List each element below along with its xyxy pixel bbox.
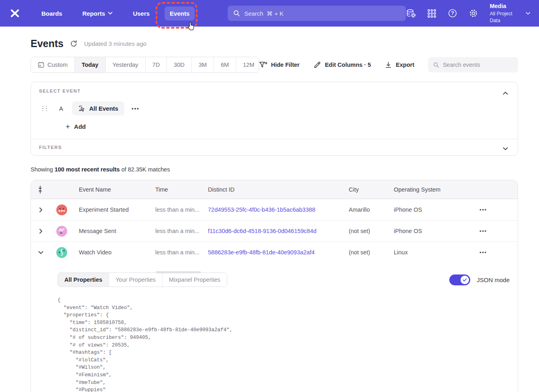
properties-tabs: All Properties Your Properties Mixpanel … <box>58 272 227 287</box>
magic-cursor-icon <box>78 105 86 112</box>
event-selector-chip[interactable]: All Events <box>72 101 125 116</box>
help-icon[interactable]: ? <box>448 8 457 18</box>
date-range-12m[interactable]: 12M <box>236 57 259 72</box>
collapse-row-button[interactable] <box>31 251 50 254</box>
tab-all-properties[interactable]: All Properties <box>58 273 109 287</box>
event-name: Message Sent <box>73 228 149 234</box>
nav-item-users[interactable]: Users <box>128 6 155 21</box>
table-row-expanded[interactable]: Watch Video less than a min... 5886283e-… <box>31 241 518 263</box>
search-events-input[interactable] <box>443 62 513 68</box>
date-range-today[interactable]: Today <box>74 57 105 72</box>
results-prefix: Showing <box>31 166 55 173</box>
column-header-city[interactable]: City <box>343 186 388 193</box>
distinct-id-link[interactable]: 72d49553-25fc-4f0c-b436-1b5ac6ab3388 <box>208 206 315 213</box>
edit-columns-button[interactable]: Edit Columns · 5 <box>313 61 371 69</box>
expand-row-button[interactable] <box>31 229 50 234</box>
results-summary: Showing 100 most recent results of 82.35… <box>31 166 518 173</box>
page-title: Events <box>31 38 64 50</box>
date-range-6m[interactable]: 6M <box>214 57 236 72</box>
main-content: Events Updated 3 minutes ago Custom Toda… <box>0 38 539 392</box>
event-os: Linux <box>388 249 449 256</box>
chevron-down-icon <box>503 147 508 151</box>
project-switcher[interactable]: Media All Project Data <box>490 2 530 24</box>
horizontal-scrollbar-thumb[interactable] <box>156 271 201 273</box>
table-row[interactable]: Message Sent less than a min... f11c30d6… <box>31 220 518 241</box>
calendar-icon <box>38 62 44 68</box>
event-name: Watch Video <box>73 249 149 256</box>
drag-handle[interactable] <box>42 106 49 111</box>
event-city: (not set) <box>343 228 388 234</box>
project-scope: All Project Data <box>490 10 520 24</box>
nav-item-events[interactable]: Events <box>165 6 195 21</box>
date-range-custom[interactable]: Custom <box>31 57 74 72</box>
results-suffix: of 82.35K matches <box>120 166 170 173</box>
event-city: Amarillo <box>343 206 388 213</box>
hide-filter-button[interactable]: Hide Filter <box>259 61 300 69</box>
date-range-3m[interactable]: 3M <box>191 57 214 72</box>
column-header-time[interactable]: Time <box>149 186 202 193</box>
row-more-button[interactable]: ••• <box>449 207 518 213</box>
nav-item-boards[interactable]: Boards <box>36 6 68 21</box>
distinct-id-link[interactable]: f11c30d6-dc6d-4518-9136-0d046159c84d <box>208 228 317 234</box>
edit-columns-label: Edit Columns · 5 <box>325 62 371 68</box>
global-search[interactable] <box>228 6 406 21</box>
filter-funnel-icon <box>259 61 267 69</box>
events-table: Event Name Time Distinct ID City Operati… <box>31 180 518 392</box>
sort-icon[interactable] <box>31 185 50 194</box>
query-builder-card: SELECT EVENT A All Events <box>31 82 518 156</box>
toggle-knob <box>461 276 469 284</box>
top-navbar: Boards Reports Users Events <box>0 0 539 27</box>
search-events[interactable] <box>428 57 518 72</box>
json-mode-toggle[interactable] <box>449 274 470 285</box>
event-avatar <box>50 204 73 215</box>
step-letter: A <box>59 105 63 112</box>
mixpanel-logo-icon[interactable] <box>9 7 21 19</box>
hand-cursor-icon <box>186 21 196 33</box>
project-name: Media <box>490 2 520 10</box>
results-count: 100 most recent results <box>55 166 120 173</box>
date-range-selector: Custom Today Yesterday 7D 30D 3M 6M 12M <box>31 57 259 73</box>
add-event-label: Add <box>74 123 86 130</box>
column-header-distinct-id[interactable]: Distinct ID <box>202 186 343 193</box>
date-range-30d[interactable]: 30D <box>167 57 191 72</box>
tab-mixpanel-properties[interactable]: Mixpanel Properties <box>162 273 227 287</box>
row-more-button[interactable]: ••• <box>449 228 518 234</box>
select-event-label: SELECT EVENT <box>39 89 510 93</box>
event-avatar <box>50 226 73 237</box>
expand-section-button[interactable] <box>501 143 510 154</box>
data-management-icon[interactable] <box>406 8 416 18</box>
event-chip-label: All Events <box>89 105 119 112</box>
global-search-input[interactable] <box>244 10 400 17</box>
event-city: (not set) <box>343 249 388 256</box>
expand-row-button[interactable] <box>31 207 50 213</box>
tab-your-properties[interactable]: Your Properties <box>109 273 162 287</box>
settings-gear-icon[interactable] <box>469 8 478 18</box>
chevron-down-icon <box>38 251 43 254</box>
export-button[interactable]: Export <box>385 61 414 69</box>
event-os: iPhone OS <box>388 206 449 213</box>
apps-grid-icon[interactable] <box>427 9 436 18</box>
column-header-os[interactable]: Operating System <box>388 186 449 193</box>
refresh-icon[interactable] <box>70 40 78 47</box>
nav-item-reports[interactable]: Reports <box>77 6 118 21</box>
table-row[interactable]: Experiment Started less than a min... 72… <box>31 199 518 220</box>
svg-text:?: ? <box>451 10 455 16</box>
row-more-button[interactable]: ••• <box>449 250 518 255</box>
add-event-button[interactable]: + Add <box>66 123 86 130</box>
search-icon <box>233 10 240 17</box>
json-mode-label: JSON mode <box>477 276 510 283</box>
column-header-event-name[interactable]: Event Name <box>73 186 149 193</box>
date-range-7d[interactable]: 7D <box>145 57 167 72</box>
plus-icon: + <box>66 123 70 130</box>
chevron-right-icon <box>39 207 43 213</box>
date-range-custom-label: Custom <box>47 62 68 68</box>
filters-section[interactable]: FILTERS <box>31 139 518 155</box>
chevron-right-icon <box>39 229 43 234</box>
collapse-section-button[interactable] <box>501 88 510 98</box>
event-more-button[interactable]: ••• <box>132 105 140 111</box>
date-range-yesterday[interactable]: Yesterday <box>105 57 145 72</box>
nav-item-reports-label: Reports <box>82 10 105 17</box>
table-header-row: Event Name Time Distinct ID City Operati… <box>31 180 518 199</box>
distinct-id-link[interactable]: 5886283e-e9fb-48fb-81de-40e9093a2af4 <box>208 249 315 256</box>
chevron-down-icon <box>108 12 113 15</box>
